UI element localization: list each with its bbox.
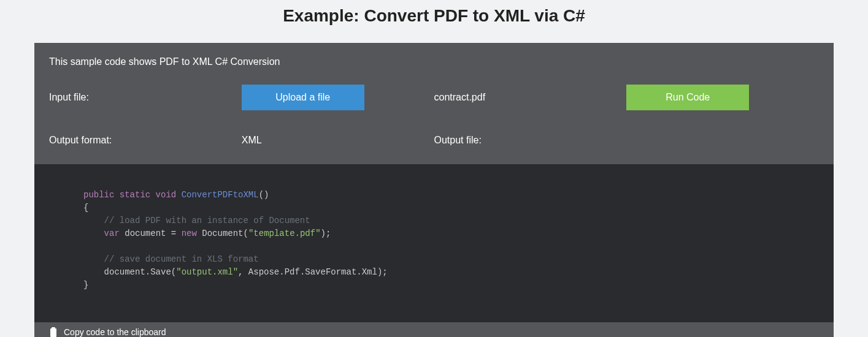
- output-format-label: Output format:: [49, 135, 242, 146]
- code-snippet: public static void ConvertPDFtoXML() { /…: [83, 189, 785, 292]
- output-row: Output format: XML Output file:: [49, 135, 819, 146]
- upload-file-button[interactable]: Upload a file: [242, 85, 364, 110]
- page-title: Example: Convert PDF to XML via C#: [0, 0, 868, 43]
- input-file-label: Input file:: [49, 92, 242, 103]
- input-filename: contract.pdf: [434, 92, 627, 103]
- svg-rect-1: [52, 327, 55, 329]
- code-block: public static void ConvertPDFtoXML() { /…: [34, 164, 834, 322]
- output-format-value: XML: [242, 135, 434, 146]
- run-code-button[interactable]: Run Code: [626, 85, 749, 110]
- svg-rect-3: [51, 329, 56, 336]
- input-row: Input file: Upload a file contract.pdf R…: [49, 85, 819, 110]
- sample-description: This sample code shows PDF to XML C# Con…: [49, 56, 819, 67]
- controls-panel: This sample code shows PDF to XML C# Con…: [34, 43, 834, 164]
- output-file-label: Output file:: [434, 135, 627, 146]
- clipboard-icon: [49, 327, 58, 337]
- copy-code-button[interactable]: Copy code to the clipboard: [34, 322, 834, 337]
- code-example-container: This sample code shows PDF to XML C# Con…: [34, 43, 834, 337]
- copy-code-label: Copy code to the clipboard: [64, 327, 166, 337]
